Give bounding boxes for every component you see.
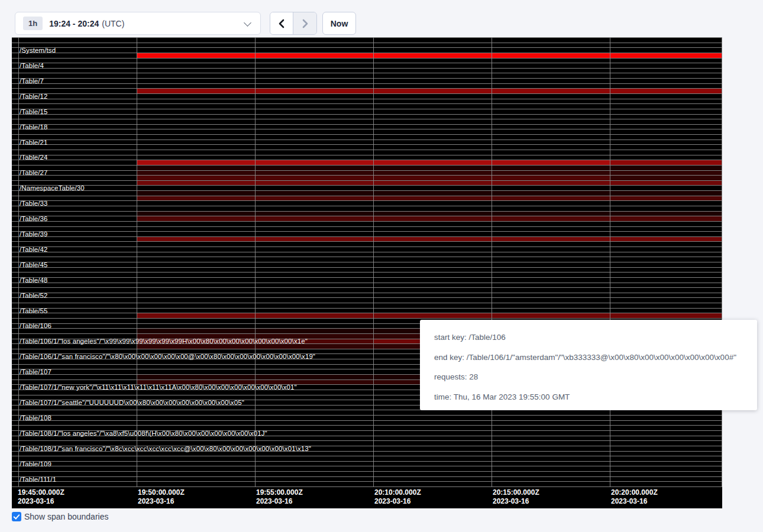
heat-band bbox=[255, 313, 373, 318]
span-boundary-line bbox=[12, 211, 722, 212]
row-key-label: /Table/107/1/"seattle"/"UUUUUUD\x00\x80\… bbox=[20, 399, 244, 406]
span-boundary-line bbox=[12, 206, 722, 206]
heat-band bbox=[255, 176, 373, 180]
heat-band bbox=[137, 89, 255, 93]
row-key-label: /Table/7 bbox=[20, 77, 44, 85]
heat-band bbox=[137, 375, 255, 379]
heat-band bbox=[373, 176, 492, 180]
span-boundary-line bbox=[12, 124, 722, 125]
x-axis-tick: 19:50:00.000Z2023-03-16 bbox=[138, 488, 185, 506]
time-range-zone: (UTC) bbox=[102, 19, 124, 28]
span-boundary-line bbox=[12, 297, 722, 298]
heat-band bbox=[255, 212, 373, 216]
span-boundary-line bbox=[12, 68, 722, 69]
heat-band bbox=[492, 176, 610, 180]
row-key-label: /Table/111/1 bbox=[20, 476, 56, 483]
span-boundary-line bbox=[12, 262, 722, 262]
span-boundary-line bbox=[12, 63, 722, 63]
heat-band bbox=[255, 375, 373, 379]
span-boundary-line bbox=[12, 283, 722, 283]
row-key-label: /Table/42 bbox=[20, 246, 48, 253]
tooltip-end-key: end key: /Table/106/1/"amsterdam"/"\xb33… bbox=[434, 351, 743, 364]
span-boundary-line bbox=[12, 277, 722, 278]
span-boundary-line bbox=[12, 53, 722, 53]
time-boundary-line bbox=[373, 37, 374, 486]
row-key-label: /Table/18 bbox=[20, 124, 48, 131]
span-boundary-line bbox=[12, 476, 722, 477]
heatmap-canvas[interactable]: /System/tsd/Table/4/Table/7/Table/12/Tab… bbox=[12, 37, 722, 508]
span-boundary-line bbox=[12, 73, 722, 73]
span-boundary-line bbox=[12, 246, 722, 247]
span-boundary-line bbox=[12, 216, 722, 216]
heat-band bbox=[137, 212, 255, 216]
row-key-label: /Table/33 bbox=[20, 200, 48, 207]
row-key-label: /Table/15 bbox=[20, 108, 48, 115]
row-key-label: /Table/39 bbox=[20, 231, 48, 238]
row-key-label: /Table/21 bbox=[20, 139, 48, 146]
span-boundary-line bbox=[12, 160, 722, 160]
time-boundary-line bbox=[137, 37, 137, 486]
span-boundary-line bbox=[12, 241, 722, 242]
heat-band bbox=[255, 329, 373, 333]
heat-band bbox=[373, 216, 492, 221]
heat-band bbox=[610, 160, 722, 165]
span-boundary-line bbox=[12, 267, 722, 268]
span-boundary-line bbox=[12, 165, 722, 166]
heat-band bbox=[373, 89, 492, 93]
span-boundary-line bbox=[12, 303, 722, 303]
time-range-dropdown[interactable]: 1h 19:24 - 20:24 (UTC) bbox=[15, 12, 261, 35]
show-span-boundaries-checkbox[interactable] bbox=[12, 512, 21, 521]
heat-band bbox=[373, 166, 492, 170]
span-boundary-line bbox=[12, 471, 722, 472]
heat-band bbox=[255, 160, 373, 165]
span-boundary-line bbox=[12, 293, 722, 293]
heat-band bbox=[255, 53, 373, 58]
show-span-boundaries-label: Show span boundaries bbox=[24, 512, 108, 521]
x-axis-tick-time: 20:15:00.000Z bbox=[493, 488, 539, 497]
row-key-label: /Table/109 bbox=[20, 460, 51, 468]
span-boundary-line bbox=[12, 58, 722, 59]
heat-band bbox=[137, 329, 255, 333]
span-boundary-line bbox=[12, 144, 722, 145]
span-boundary-line bbox=[12, 109, 722, 109]
x-axis-tick: 20:15:00.000Z2023-03-16 bbox=[493, 488, 539, 506]
row-key-label: /Table/106 bbox=[20, 322, 51, 329]
heat-band bbox=[492, 191, 610, 196]
row-key-label: /Table/107 bbox=[20, 368, 51, 375]
span-boundary-line bbox=[12, 103, 722, 104]
x-axis-tick-time: 19:45:00.000Z bbox=[18, 488, 64, 497]
span-boundary-line bbox=[12, 231, 722, 232]
x-axis-tick: 19:55:00.000Z2023-03-16 bbox=[256, 488, 303, 506]
time-boundary-line bbox=[610, 37, 610, 486]
heat-band bbox=[610, 196, 722, 201]
heat-band bbox=[492, 237, 610, 242]
row-key-label: /Table/108/1/"los angeles"/"\xa8\xf5\u00… bbox=[20, 430, 267, 437]
heat-band bbox=[492, 181, 610, 186]
row-key-label: /Table/52 bbox=[20, 292, 48, 299]
heat-band bbox=[492, 216, 610, 221]
time-range-chip: 1h bbox=[23, 17, 43, 30]
heat-band bbox=[610, 212, 722, 216]
row-key-label: /Table/55 bbox=[20, 307, 48, 314]
span-boundary-line bbox=[12, 88, 722, 89]
time-boundary-line bbox=[255, 37, 256, 486]
time-boundary-line bbox=[492, 37, 492, 486]
span-boundary-line bbox=[12, 226, 722, 227]
next-interval-button[interactable] bbox=[293, 12, 316, 34]
prev-interval-button[interactable] bbox=[270, 12, 293, 34]
heat-band bbox=[137, 216, 255, 221]
heat-band bbox=[373, 313, 492, 318]
span-boundary-line bbox=[12, 425, 722, 426]
now-button[interactable]: Now bbox=[322, 12, 356, 35]
span-boundary-line bbox=[12, 119, 722, 119]
row-key-label: /Table/4 bbox=[20, 62, 44, 69]
heat-band bbox=[137, 237, 255, 242]
span-boundary-line bbox=[12, 420, 722, 421]
span-boundary-line bbox=[12, 180, 722, 181]
row-key-label: /Table/24 bbox=[20, 154, 48, 161]
span-boundary-line bbox=[12, 129, 722, 129]
heat-band bbox=[492, 53, 610, 58]
heat-band bbox=[610, 53, 722, 58]
heat-band bbox=[255, 216, 373, 221]
span-boundary-line bbox=[12, 175, 722, 176]
